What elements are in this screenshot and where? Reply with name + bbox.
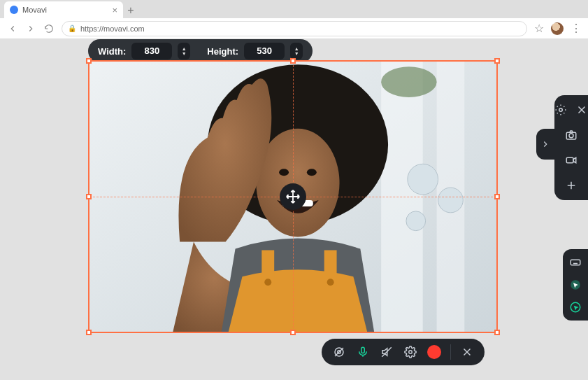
- resize-handle-bl[interactable]: [86, 330, 92, 335]
- svg-rect-32: [571, 260, 580, 265]
- height-input[interactable]: 530: [244, 43, 285, 59]
- svg-point-3: [381, 66, 436, 97]
- svg-point-24: [559, 108, 563, 112]
- close-icon: [575, 104, 588, 116]
- page-content: Width: 830 ▲▼ Height: 530 ▲▼: [0, 39, 588, 380]
- recording-controls: [322, 339, 485, 365]
- system-audio-toggle-button[interactable]: [376, 342, 397, 363]
- bookmark-star-icon[interactable]: ☆: [534, 22, 544, 35]
- chevron-right-icon: [540, 139, 550, 149]
- webcam-off-icon: [333, 346, 345, 358]
- gear-icon: [554, 104, 567, 116]
- browser-tabstrip: Movavi × +: [0, 0, 588, 18]
- microphone-icon: [357, 346, 369, 358]
- microphone-toggle-button[interactable]: [352, 342, 373, 363]
- resize-handle-mr[interactable]: [494, 194, 500, 199]
- cursor-click-icon: [569, 301, 582, 314]
- gear-icon: [404, 346, 417, 358]
- keyboard-icon: [569, 256, 582, 269]
- svg-point-4: [408, 164, 438, 195]
- svg-point-21: [409, 351, 413, 354]
- url-text: https://movavi.com: [80, 24, 145, 33]
- svg-point-10: [279, 169, 289, 176]
- address-bar[interactable]: 🔒 https://movavi.com: [62, 21, 527, 36]
- cursor-highlight-button[interactable]: [568, 277, 583, 293]
- move-handle[interactable]: [280, 183, 306, 210]
- profile-avatar[interactable]: [551, 22, 564, 35]
- browser-menu-icon[interactable]: ⋮: [571, 22, 581, 35]
- width-input[interactable]: 830: [131, 43, 172, 59]
- dimension-bar[interactable]: Width: 830 ▲▼ Height: 530 ▲▼: [88, 39, 313, 63]
- separator: [450, 344, 451, 360]
- record-button[interactable]: [424, 342, 445, 363]
- height-label: Height:: [207, 46, 238, 57]
- plus-icon: [565, 179, 578, 192]
- resize-handle-tr[interactable]: [494, 58, 500, 64]
- add-tool-button[interactable]: [564, 178, 579, 193]
- resize-handle-ml[interactable]: [86, 194, 92, 199]
- panel-settings-button[interactable]: [553, 102, 568, 118]
- width-stepper[interactable]: ▲▼: [178, 43, 190, 59]
- settings-button[interactable]: [400, 342, 421, 363]
- browser-tab[interactable]: Movavi ×: [4, 1, 123, 18]
- panel-close-button[interactable]: [574, 102, 588, 118]
- stepper-up-icon[interactable]: ▲: [182, 46, 187, 51]
- resize-handle-tm[interactable]: [290, 58, 296, 64]
- back-button[interactable]: [7, 23, 18, 34]
- cancel-button[interactable]: [457, 342, 478, 363]
- screenshot-button[interactable]: [564, 127, 579, 143]
- resize-handle-bm[interactable]: [290, 330, 296, 335]
- effects-panel: [563, 249, 588, 321]
- cursor-click-button[interactable]: [568, 300, 583, 315]
- svg-rect-29: [566, 157, 573, 163]
- tab-title: Movavi: [22, 6, 47, 14]
- panel-expand-button[interactable]: [536, 129, 554, 160]
- tab-close-icon[interactable]: ×: [112, 6, 117, 15]
- camera-icon: [565, 129, 578, 141]
- record-icon: [427, 345, 441, 359]
- svg-point-15: [327, 279, 334, 286]
- width-label: Width:: [98, 46, 126, 57]
- keystroke-display-button[interactable]: [568, 255, 583, 270]
- recording-frame[interactable]: [88, 60, 498, 333]
- side-tools-panel: [554, 95, 588, 200]
- svg-point-11: [307, 169, 317, 176]
- reload-button[interactable]: [43, 23, 55, 34]
- new-tab-button[interactable]: +: [123, 3, 138, 18]
- resize-handle-br[interactable]: [494, 330, 500, 335]
- svg-rect-19: [361, 347, 365, 353]
- speaker-off-icon: [380, 346, 393, 358]
- svg-point-5: [438, 188, 464, 213]
- stepper-down-icon[interactable]: ▼: [182, 51, 187, 56]
- webcam-toggle-button[interactable]: [329, 342, 350, 363]
- move-icon: [285, 189, 301, 204]
- svg-point-6: [406, 211, 426, 231]
- lock-icon: 🔒: [68, 24, 76, 32]
- resize-handle-tl[interactable]: [86, 58, 92, 64]
- forward-button[interactable]: [25, 23, 36, 34]
- height-stepper[interactable]: ▲▼: [290, 43, 303, 59]
- video-camera-icon: [565, 154, 578, 167]
- svg-point-28: [569, 134, 573, 138]
- close-icon: [461, 346, 473, 358]
- browser-toolbar: 🔒 https://movavi.com ☆ ⋮: [0, 18, 588, 39]
- stepper-down-icon[interactable]: ▼: [294, 51, 299, 56]
- record-video-button[interactable]: [564, 153, 579, 168]
- tab-favicon: [10, 6, 18, 14]
- cursor-highlight-icon: [569, 279, 582, 291]
- stepper-up-icon[interactable]: ▲: [294, 46, 299, 51]
- svg-point-14: [264, 279, 271, 286]
